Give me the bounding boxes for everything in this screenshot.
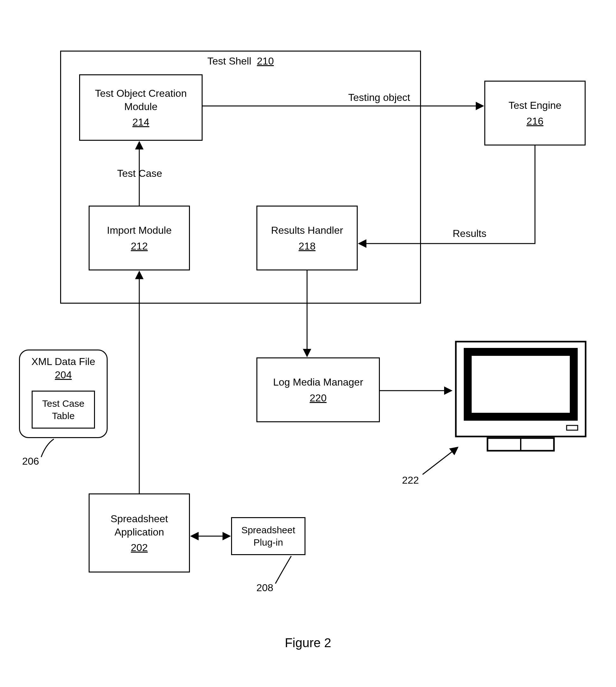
spreadsheet-plugin-label: Spreadsheet Plug-in [232,524,305,548]
spreadsheet-app-box: Spreadsheet Application 202 [89,494,190,572]
spreadsheet-app-num: 202 [131,542,148,553]
test-shell-label: Test Shell [207,55,251,67]
log-media-manager-box: Log Media Manager 220 [257,358,380,422]
test-object-creation-box: Test Object Creation Module 214 [79,74,203,141]
log-media-manager-num: 220 [310,392,326,404]
test-object-creation-num: 214 [132,116,149,128]
edge-label-testing-object: Testing object [348,92,410,104]
test-engine-num: 216 [526,115,543,127]
xml-data-file-label: XML Data File [31,355,95,368]
import-module-box: Import Module 212 [89,206,190,270]
test-shell-num: 210 [257,55,274,67]
svg-rect-2 [472,356,570,413]
svg-line-12 [423,448,457,475]
spreadsheet-plugin-box: Spreadsheet Plug-in [231,517,306,555]
test-case-table-label: Test Case Table [32,397,94,422]
ref-222: 222 [402,475,419,486]
monitor-icon [453,339,589,456]
results-handler-label: Results Handler [271,224,343,237]
test-engine-label: Test Engine [508,99,561,112]
edge-label-test-case: Test Case [117,168,162,179]
test-object-creation-label: Test Object Creation Module [80,87,202,113]
spreadsheet-app-label: Spreadsheet Application [90,512,189,539]
ref-208: 208 [257,582,273,594]
log-media-manager-label: Log Media Manager [273,376,364,389]
edge-label-results: Results [453,228,486,239]
ref-206: 206 [22,456,39,467]
xml-data-file-num: 204 [55,369,71,381]
test-engine-box: Test Engine 216 [484,81,586,145]
import-module-num: 212 [131,241,148,252]
import-module-label: Import Module [107,224,172,237]
test-shell-title: Test Shell 210 [207,55,274,67]
test-case-table-box: Test Case Table [32,391,95,429]
results-handler-num: 218 [299,241,315,252]
figure-caption: Figure 2 [0,636,616,650]
diagram-canvas: Test Shell 210 Test Object Creation Modu… [0,0,616,687]
svg-rect-3 [567,426,578,430]
results-handler-box: Results Handler 218 [257,206,358,270]
